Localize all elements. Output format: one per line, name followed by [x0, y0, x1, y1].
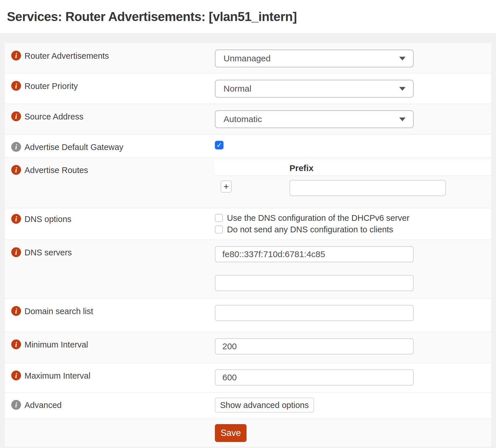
info-icon[interactable]: i [11, 400, 21, 410]
form-row-minimum-interval: i Minimum Interval [5, 332, 491, 363]
info-icon[interactable]: i [11, 371, 21, 380]
checkbox-no-dns-to-clients[interactable] [215, 225, 223, 234]
select-value: Normal [224, 84, 251, 94]
form-row-dns-options: i DNS options Use the DNS configuration … [5, 208, 491, 240]
checkbox-label-use-dhcpv6-dns: Use the DNS configuration of the DHCPv6 … [227, 213, 409, 223]
check-icon: ✓ [216, 142, 222, 149]
field-label-dns-options: DNS options [24, 214, 71, 224]
info-icon[interactable]: i [11, 339, 21, 349]
caret-down-icon [399, 57, 406, 60]
form-row-source-address: i Source Address Automatic [5, 104, 491, 134]
form-row-advertise-routes: i Advertise Routes Prefix + [5, 157, 491, 208]
form-row-router-priority: i Router Priority Normal [5, 73, 491, 104]
field-label-router-advertisements: Router Advertisements [24, 51, 109, 61]
field-label-router-priority: Router Priority [24, 81, 78, 91]
plus-icon: + [224, 182, 229, 191]
checkbox-advertise-default-gateway[interactable]: ✓ [215, 141, 224, 149]
field-label-advanced: Advanced [24, 400, 62, 410]
info-icon[interactable]: i [11, 165, 21, 175]
page-header: Services: Router Advertisements: [vlan51… [0, 0, 496, 34]
select-source-address[interactable]: Automatic [215, 110, 414, 128]
dns-server-input-2[interactable] [215, 275, 414, 291]
field-label-maximum-interval: Maximum Interval [24, 371, 90, 381]
page-title: Services: Router Advertisements: [vlan51… [7, 10, 297, 24]
select-router-advertisements[interactable]: Unmanaged [215, 50, 414, 67]
settings-form: i Router Advertisements Unmanaged i Rout… [5, 43, 491, 446]
form-row-advanced: i Advanced Show advanced options [5, 392, 491, 419]
field-label-advertise-default-gateway: Advertise Default Gateway [24, 142, 123, 152]
routes-table: Prefix + [215, 160, 491, 196]
field-label-dns-servers: DNS servers [24, 247, 72, 258]
field-label-source-address: Source Address [24, 111, 84, 122]
info-icon[interactable]: i [11, 306, 21, 316]
maximum-interval-input[interactable] [215, 369, 414, 386]
form-row-advertise-default-gateway: i Advertise Default Gateway ✓ [5, 134, 491, 157]
info-icon[interactable]: i [11, 247, 21, 257]
info-icon[interactable]: i [11, 51, 21, 60]
add-route-button[interactable]: + [221, 181, 232, 193]
field-label-domain-search-list: Domain search list [24, 306, 93, 316]
form-row-domain-search-list: i Domain search list [5, 298, 491, 332]
prefix-column-header: Prefix [289, 163, 313, 173]
domain-search-input[interactable] [215, 305, 414, 321]
caret-down-icon [399, 87, 406, 91]
info-icon[interactable]: i [11, 81, 21, 91]
info-icon[interactable]: i [11, 214, 21, 224]
form-row-maximum-interval: i Maximum Interval [5, 363, 491, 392]
minimum-interval-input[interactable] [215, 338, 414, 354]
show-advanced-button[interactable]: Show advanced options [215, 398, 314, 413]
field-label-advertise-routes: Advertise Routes [24, 165, 88, 175]
select-value: Automatic [224, 114, 262, 124]
field-label-minimum-interval: Minimum Interval [24, 339, 88, 350]
form-row-save: Save [5, 419, 491, 446]
prefix-input[interactable] [289, 180, 446, 196]
form-row-router-advertisements: i Router Advertisements Unmanaged [5, 43, 491, 73]
caret-down-icon [399, 117, 406, 121]
form-row-dns-servers: i DNS servers [5, 240, 491, 298]
checkbox-use-dhcpv6-dns[interactable] [215, 214, 223, 222]
info-icon[interactable]: i [11, 142, 21, 152]
select-value: Unmanaged [224, 54, 270, 63]
checkbox-label-no-dns-to-clients: Do not send any DNS configuration to cli… [227, 225, 393, 234]
select-router-priority[interactable]: Normal [215, 80, 414, 98]
save-button[interactable]: Save [215, 424, 247, 442]
dns-server-input-1[interactable] [215, 246, 414, 262]
info-icon[interactable]: i [11, 111, 21, 121]
routes-table-header: Prefix [215, 160, 491, 176]
